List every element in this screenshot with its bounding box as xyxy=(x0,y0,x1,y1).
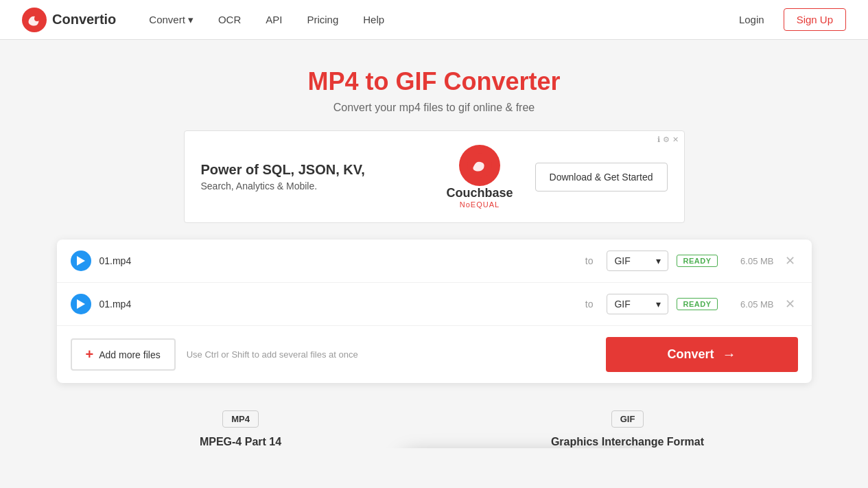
convert-label: Convert xyxy=(667,347,714,362)
convert-arrow-icon: → xyxy=(723,347,736,362)
info-title: MPEG-4 Part 14 xyxy=(68,436,414,448)
play-icon xyxy=(77,256,85,266)
info-badge: MP4 xyxy=(222,410,259,428)
svg-marker-3 xyxy=(77,256,85,266)
nav-api[interactable]: API xyxy=(255,8,293,31)
file-size-2: 6.05 MB xyxy=(726,299,774,310)
ad-settings-icon[interactable]: ⚙ xyxy=(663,135,670,144)
info-card: MP4 MPEG-4 Part 14 xyxy=(68,410,414,448)
navigation: Convertio Convert ▾ OCR API Pricing Help… xyxy=(0,0,868,40)
logo-icon xyxy=(22,8,47,32)
hero-section: MP4 to GIF Converter Convert your mp4 fi… xyxy=(40,67,828,114)
play-button-1[interactable] xyxy=(71,251,91,271)
nav-help[interactable]: Help xyxy=(352,8,395,31)
logo[interactable]: Convertio xyxy=(22,8,116,32)
nav-links: Convert ▾ OCR API Pricing Help xyxy=(138,8,731,32)
ad-controls: ℹ ⚙ ✕ xyxy=(657,135,679,144)
nav-convert[interactable]: Convert ▾ xyxy=(138,8,204,32)
logo-text: Convertio xyxy=(52,12,116,27)
format-selector-2[interactable]: GIF ▾ xyxy=(607,294,668,314)
ad-label: ℹ xyxy=(657,135,660,144)
info-title: Graphics Interchange Format xyxy=(455,436,801,448)
to-label-1: to xyxy=(585,255,594,266)
convert-button[interactable]: Convert → xyxy=(606,337,798,372)
table-row: 01.mp4 to GIF ▾ READY 6.05 MB ✕ xyxy=(57,240,812,283)
bottom-bar: + Add more files Use Ctrl or Shift to ad… xyxy=(57,326,812,383)
chevron-down-icon: ▾ xyxy=(188,14,193,26)
ad-brand-sub: NoEQUAL xyxy=(460,200,500,209)
to-label-2: to xyxy=(585,299,594,310)
page-title: MP4 to GIF Converter xyxy=(40,67,828,96)
file-name-2: 01.mp4 xyxy=(99,299,572,310)
close-button-1[interactable]: ✕ xyxy=(782,251,798,271)
chevron-down-icon: ▾ xyxy=(656,299,661,310)
close-button-2[interactable]: ✕ xyxy=(782,294,798,314)
table-row: 01.mp4 to GIF ▾ READY 6.05 MB ✕ xyxy=(57,283,812,326)
selected-format-2: GIF xyxy=(614,299,630,310)
couchbase-icon xyxy=(459,145,500,186)
nav-pricing[interactable]: Pricing xyxy=(296,8,349,31)
nav-right: Login Sign Up xyxy=(731,8,846,31)
chevron-down-icon: ▾ xyxy=(656,255,661,266)
ad-brand-name: Couchbase xyxy=(446,186,513,200)
ad-close-icon[interactable]: ✕ xyxy=(672,135,679,144)
plus-icon: + xyxy=(86,347,94,362)
file-size-1: 6.05 MB xyxy=(726,256,774,266)
info-section: MP4 MPEG-4 Part 14 GIF Graphics Intercha… xyxy=(57,410,812,448)
file-name-1: 01.mp4 xyxy=(99,255,572,266)
ctrl-hint: Use Ctrl or Shift to add several files a… xyxy=(187,349,595,360)
add-files-button[interactable]: + Add more files xyxy=(71,338,176,371)
info-badge: GIF xyxy=(611,410,644,428)
brand-icon-svg xyxy=(466,152,493,179)
main-content: MP4 to GIF Converter Convert your mp4 fi… xyxy=(30,40,839,448)
status-badge-2: READY xyxy=(677,298,717,310)
login-button[interactable]: Login xyxy=(731,8,773,31)
ad-subheadline: Search, Analytics & Mobile. xyxy=(201,181,425,191)
signup-button[interactable]: Sign Up xyxy=(784,8,846,31)
play-icon xyxy=(77,299,85,309)
ad-headline: Power of SQL, JSON, KV, xyxy=(201,162,425,178)
svg-marker-4 xyxy=(77,299,85,309)
info-card: GIF Graphics Interchange Format xyxy=(455,410,801,448)
play-button-2[interactable] xyxy=(71,294,91,314)
converter-box: 01.mp4 to GIF ▾ READY 6.05 MB ✕ 01.mp4 t… xyxy=(57,240,812,383)
svg-point-1 xyxy=(34,16,40,21)
selected-format-1: GIF xyxy=(614,255,630,266)
nav-ocr[interactable]: OCR xyxy=(207,8,252,31)
ad-logo: Couchbase NoEQUAL xyxy=(446,145,513,209)
ad-cta-button[interactable]: Download & Get Started xyxy=(535,163,668,191)
add-files-label: Add more files xyxy=(99,349,160,360)
ad-banner: ℹ ⚙ ✕ Power of SQL, JSON, KV, Search, An… xyxy=(184,130,685,223)
hero-subtitle: Convert your mp4 files to gif online & f… xyxy=(40,102,828,114)
format-selector-1[interactable]: GIF ▾ xyxy=(607,251,668,271)
ad-text: Power of SQL, JSON, KV, Search, Analytic… xyxy=(201,162,425,191)
status-badge-1: READY xyxy=(677,255,717,267)
